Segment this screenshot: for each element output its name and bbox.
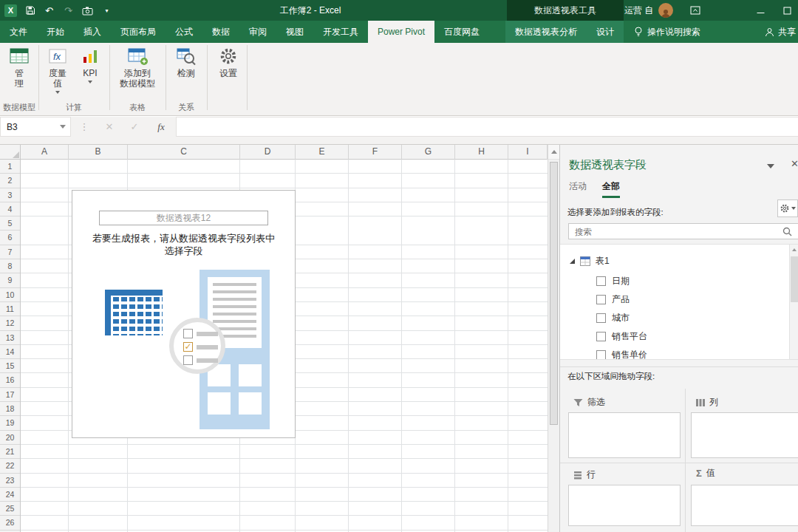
filters-drop-zone[interactable] [568,412,681,458]
row-header-3[interactable]: 3 [0,188,20,202]
column-header-I[interactable]: I [508,145,548,160]
pane-tab-active[interactable]: 活动 [569,180,587,193]
cancel-button[interactable]: ✕ [102,117,117,137]
search-input[interactable] [573,225,760,239]
field-checkbox[interactable] [596,295,606,304]
row-header-14[interactable]: 14 [0,345,20,359]
row-header-8[interactable]: 8 [0,259,20,273]
tab-设计[interactable]: 设计 [587,21,624,43]
field-item-城市[interactable]: 城市 [560,309,798,327]
scroll-up-button[interactable] [548,145,559,160]
row-header-10[interactable]: 10 [0,288,20,302]
column-header-E[interactable]: E [296,145,349,160]
values-drop-zone[interactable] [691,485,798,526]
row-header-23[interactable]: 23 [0,474,20,488]
name-box-dropdown-icon[interactable] [60,125,66,129]
name-box[interactable]: B3 [0,117,71,137]
undo-button[interactable]: ↶ [43,4,55,17]
scrollbar-thumb[interactable] [550,162,558,425]
row-header-25[interactable]: 25 [0,502,20,516]
field-checkbox[interactable] [596,313,606,323]
vertical-scrollbar[interactable] [548,145,559,532]
row-header-20[interactable]: 20 [0,431,20,445]
row-header-5[interactable]: 5 [0,216,20,231]
detect-button[interactable]: 检测 [170,45,202,78]
column-header-F[interactable]: F [349,145,402,160]
measures-button[interactable]: fx 度量值 [42,45,73,94]
column-header-B[interactable]: B [69,145,128,160]
row-header-6[interactable]: 6 [0,231,20,245]
tools-button[interactable] [777,200,798,217]
camera-button[interactable] [81,4,94,17]
column-header-G[interactable]: G [402,145,455,160]
column-header-C[interactable]: C [128,145,240,160]
rows-drop-zone[interactable] [568,485,681,526]
row-header-9[interactable]: 9 [0,273,20,287]
tab-数据透视表分析[interactable]: 数据透视表分析 [505,21,587,43]
row-header-21[interactable]: 21 [0,445,20,459]
tab-文件[interactable]: 文件 [0,21,37,43]
tab-公式[interactable]: 公式 [166,21,202,43]
field-item-产品[interactable]: 产品 [560,290,798,309]
redo-button[interactable]: ↷ [62,4,75,17]
settings-button[interactable]: 设置 [212,45,245,78]
column-header-D[interactable]: D [240,145,296,160]
search-box[interactable] [568,223,798,239]
row-header-19[interactable]: 19 [0,416,20,430]
field-item-日期[interactable]: 日期 [560,272,798,290]
row-header-16[interactable]: 16 [0,373,20,387]
row-header-7[interactable]: 7 [0,245,20,259]
save-button[interactable] [24,4,36,17]
add-to-data-model-button[interactable]: 添加到 数据模型 [113,45,162,89]
share-button[interactable]: 共享 [765,21,798,43]
row-header-26[interactable]: 26 [0,516,20,530]
tab-Power Pivot[interactable]: Power Pivot [368,21,434,43]
tab-审阅[interactable]: 审阅 [239,21,276,43]
tab-开发工具[interactable]: 开发工具 [313,21,368,43]
field-checkbox[interactable] [596,276,606,286]
manage-data-model-button[interactable]: 管理 [3,45,35,89]
account-info[interactable]: 运营 自 [624,0,673,21]
row-header-2[interactable]: 2 [0,174,20,188]
kpi-button[interactable]: KPI [75,45,106,83]
row-header-17[interactable]: 17 [0,388,20,402]
enter-button[interactable]: ✓ [127,117,142,137]
field-checkbox[interactable] [596,350,606,360]
field-item-销售平台[interactable]: 销售平台 [560,327,798,346]
ribbon-display-options-button[interactable] [686,0,705,21]
formula-input[interactable] [176,117,798,137]
avatar[interactable] [658,3,673,18]
row-header-11[interactable]: 11 [0,302,20,316]
expand-collapse-icon[interactable] [570,259,575,264]
row-header-4[interactable]: 4 [0,202,20,216]
minimize-button[interactable] [751,0,770,21]
qat-customize-button[interactable]: ▾ [100,4,113,17]
pane-options-button[interactable] [767,164,774,168]
tab-页面布局[interactable]: 页面布局 [111,21,166,43]
row-header-13[interactable]: 13 [0,331,20,345]
pane-tab-all[interactable]: 全部 [602,180,620,198]
row-header-18[interactable]: 18 [0,402,20,416]
tab-百度网盘[interactable]: 百度网盘 [434,21,489,43]
list-scroll-up-button[interactable] [790,245,798,255]
row-header-15[interactable]: 15 [0,359,20,373]
select-all-corner[interactable] [0,145,21,160]
column-header-A[interactable]: A [21,145,69,160]
tab-视图[interactable]: 视图 [276,21,313,43]
tab-开始[interactable]: 开始 [37,21,74,43]
tab-数据[interactable]: 数据 [202,21,239,43]
tab-插入[interactable]: 插入 [74,21,111,43]
column-header-H[interactable]: H [455,145,508,160]
insert-function-button[interactable]: fx [152,117,170,137]
row-header-1[interactable]: 1 [0,160,20,174]
row-header-24[interactable]: 24 [0,488,20,502]
field-item-销售单价[interactable]: 销售单价 [560,346,798,360]
columns-drop-zone[interactable] [691,412,798,458]
list-scrollbar-thumb[interactable] [791,256,798,302]
pane-close-button[interactable]: ✕ [791,158,798,169]
field-checkbox[interactable] [596,332,606,341]
row-header-22[interactable]: 22 [0,459,20,473]
table1-row[interactable]: 表1 [560,245,798,272]
row-header-12[interactable]: 12 [0,316,20,330]
field-list-scrollbar[interactable] [789,245,798,359]
